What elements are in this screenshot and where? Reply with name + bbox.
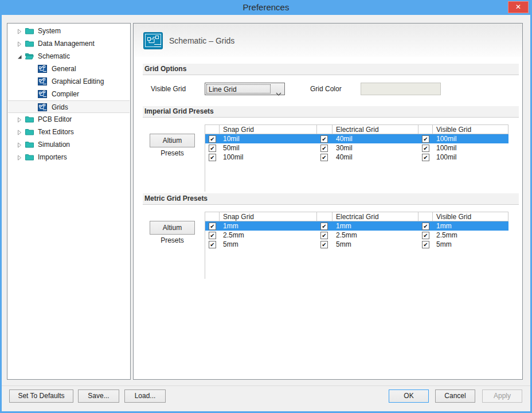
snap-grid-value: 100mil (220, 153, 317, 162)
table-row[interactable]: ✔ 10mil ✔ 40mil ✔ 100mil (205, 134, 508, 143)
title-bar[interactable]: Preferences ✕ (0, 0, 532, 15)
snap-grid-value: 10mil (220, 134, 317, 143)
expand-arrow-icon[interactable] (17, 129, 22, 135)
collapse-arrow-icon[interactable] (17, 53, 22, 59)
visible-grid-value: 100mil (433, 143, 508, 153)
schematic-page-icon (143, 32, 163, 52)
cancel-button[interactable]: Cancel (435, 389, 475, 403)
snap-grid-column-header: Snap Grid (220, 125, 317, 134)
checkbox[interactable]: ✔ (209, 135, 216, 143)
sidebar-item-schematic[interactable]: Schematic (8, 50, 130, 63)
imperial-altium-presets-button[interactable]: Altium Presets (150, 134, 195, 147)
checkbox[interactable]: ✔ (320, 223, 328, 230)
set-to-defaults-button[interactable]: Set To Defaults (9, 389, 73, 403)
close-button[interactable]: ✕ (508, 1, 529, 13)
visible-grid-select[interactable]: Line Grid (205, 83, 285, 95)
apply-button[interactable]: Apply (482, 389, 522, 403)
checkbox[interactable]: ✔ (209, 241, 216, 248)
table-row[interactable]: ✔ 50mil ✔ 30mil ✔ 100mil (205, 143, 508, 153)
folder-icon (25, 27, 34, 36)
checkbox-column-header (418, 212, 433, 221)
sidebar-item-grids[interactable]: Grids (8, 100, 130, 113)
table-row[interactable]: ✔ 2.5mm ✔ 2.5mm ✔ 2.5mm (205, 231, 508, 240)
checkbox[interactable]: ✔ (320, 232, 328, 239)
checkbox-column-header (418, 125, 433, 134)
electrical-grid-value: 2.5mm (332, 231, 418, 240)
table-header-row: Snap Grid Electrical Grid Visible Grid (205, 212, 508, 221)
sidebar-item-label: Importers (38, 153, 67, 161)
folder-icon (25, 128, 34, 137)
checkbox[interactable]: ✔ (422, 145, 429, 152)
sidebar-item-label: General (52, 65, 76, 73)
snap-grid-value: 2.5mm (220, 231, 317, 240)
checkbox[interactable]: ✔ (209, 145, 216, 152)
metric-presets-table: Snap Grid Electrical Grid Visible Grid ✔… (205, 212, 508, 279)
table-row[interactable]: ✔ 1mm ✔ 1mm ✔ 1mm (205, 221, 508, 231)
sidebar-item-label: Text Editors (38, 128, 74, 136)
folder-icon (25, 141, 34, 150)
checkbox[interactable]: ✔ (209, 223, 216, 230)
electrical-grid-value: 30mil (332, 143, 418, 153)
open-folder-icon (25, 52, 34, 61)
table-row[interactable]: ✔ 5mm ✔ 5mm ✔ 5mm (205, 240, 508, 249)
metric-presets-section-header: Metric Grid Presets (143, 193, 519, 205)
checkbox-column-header (205, 212, 220, 221)
sidebar-item-general[interactable]: General (8, 63, 130, 75)
snap-grid-value: 50mil (220, 143, 317, 153)
visible-grid-value: 2.5mm (433, 231, 508, 240)
visible-grid-value: 100mil (433, 153, 508, 162)
settings-panel: Schematic – Grids Grid Options Visible G… (133, 23, 523, 380)
visible-grid-value: Line Grid (206, 84, 271, 93)
checkbox[interactable]: ✔ (320, 154, 328, 161)
folder-icon (25, 153, 34, 162)
checkbox[interactable]: ✔ (320, 145, 328, 152)
table-row[interactable]: ✔ 100mil ✔ 40mil ✔ 100mil (205, 153, 508, 162)
sidebar-item-data-management[interactable]: Data Management (8, 37, 130, 50)
load-button[interactable]: Load... (124, 389, 166, 403)
sidebar-item-graphical-editing[interactable]: Graphical Editing (8, 75, 130, 88)
footer-divider (2, 385, 530, 386)
expand-arrow-icon[interactable] (17, 116, 22, 122)
save-button[interactable]: Save... (78, 389, 119, 403)
folder-icon (25, 115, 34, 124)
grid-options-section-header: Grid Options (143, 64, 519, 75)
schematic-page-icon (38, 90, 47, 100)
checkbox[interactable]: ✔ (422, 232, 429, 239)
snap-grid-value: 1mm (220, 221, 317, 231)
window-title: Preferences (0, 2, 532, 12)
electrical-grid-value: 1mm (332, 221, 418, 231)
expand-arrow-icon[interactable] (17, 142, 22, 147)
checkbox[interactable]: ✔ (422, 223, 429, 230)
grid-color-swatch[interactable] (361, 83, 441, 95)
page-title: Schematic – Grids (169, 36, 234, 45)
checkbox[interactable]: ✔ (209, 154, 216, 161)
expand-arrow-icon[interactable] (17, 154, 22, 160)
expand-arrow-icon[interactable] (17, 41, 22, 46)
expand-arrow-icon[interactable] (17, 28, 22, 34)
sidebar-item-label: Schematic (38, 52, 70, 60)
checkbox[interactable]: ✔ (320, 241, 328, 248)
visible-grid-value: 1mm (433, 221, 508, 231)
schematic-page-icon (38, 77, 47, 87)
checkbox[interactable]: ✔ (422, 154, 429, 161)
sidebar-item-simulation[interactable]: Simulation (8, 138, 130, 151)
sidebar-item-label: Compiler (52, 90, 79, 98)
sidebar-item-text-editors[interactable]: Text Editors (8, 126, 130, 138)
checkbox[interactable]: ✔ (422, 241, 429, 248)
checkbox[interactable]: ✔ (422, 135, 429, 143)
sidebar-item-system[interactable]: System (8, 25, 130, 37)
checkbox[interactable]: ✔ (209, 232, 216, 239)
sidebar-item-label: Graphical Editing (52, 77, 104, 85)
sidebar-item-importers[interactable]: Importers (8, 151, 130, 163)
electrical-grid-value: 5mm (332, 240, 418, 249)
preferences-tree: System Data Management Schematic General… (7, 23, 131, 380)
visible-grid-label: Visible Grid (151, 85, 186, 93)
electrical-grid-column-header: Electrical Grid (332, 125, 418, 134)
sidebar-item-label: PCB Editor (38, 115, 72, 123)
metric-altium-presets-button[interactable]: Altium Presets (150, 221, 195, 235)
visible-grid-value: 5mm (433, 240, 508, 249)
ok-button[interactable]: OK (389, 389, 429, 403)
checkbox[interactable]: ✔ (320, 135, 328, 143)
sidebar-item-compiler[interactable]: Compiler (8, 88, 130, 100)
sidebar-item-pcb-editor[interactable]: PCB Editor (8, 113, 130, 126)
